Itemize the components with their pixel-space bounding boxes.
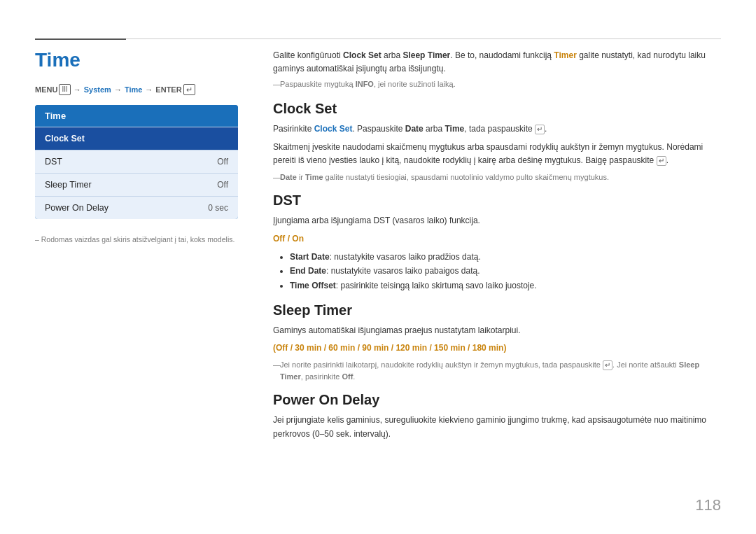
menu-item-dst[interactable]: DST Off (35, 150, 238, 173)
footnote-dash: – (35, 235, 41, 244)
sleep-timer-ref: Sleep Timer (402, 50, 450, 60)
right-column: Galite konfigūruoti Clock Set arba Sleep… (273, 49, 721, 445)
dst-section-title: DST (273, 192, 721, 209)
cs-enter2: ↵ (657, 156, 666, 166)
dst-options: Off / On (273, 234, 304, 244)
dst-off-on: Off / On (273, 232, 721, 246)
dst-body1: Įjungiama arba išjungiama DST (vasaros l… (273, 214, 721, 227)
dst-bullet-2: End Date: nustatykite vasaros laiko paba… (290, 264, 721, 278)
page-number: 118 (695, 496, 721, 514)
menu-item-sleep-timer[interactable]: Sleep Timer Off (35, 173, 238, 196)
dst-value: Off (217, 157, 228, 167)
menu-box: Time Clock Set DST Off Sleep Timer Off P… (35, 105, 238, 219)
clock-set-body2: Skaitmenį įveskite naudodami skaičmenų m… (273, 141, 721, 167)
dst-bullet-list: Start Date: nustatykite vasaros laiko pr… (273, 250, 721, 293)
menu-word: MENU (35, 85, 57, 94)
sleep-timer-label: Sleep Timer (45, 180, 92, 190)
intro-note: Paspauskite mygtuką INFO, jei norite suž… (273, 80, 721, 88)
cs-time-ref: Time (444, 124, 464, 134)
page-title: Time (35, 49, 252, 71)
sleep-timer-section-title: Sleep Timer (273, 302, 721, 318)
menu-item-power-on-delay[interactable]: Power On Delay 0 sec (35, 196, 238, 219)
clock-set-label: Clock Set (45, 134, 85, 143)
cs-enter1: ↵ (535, 125, 545, 134)
clock-set-section-title: Clock Set (273, 101, 721, 117)
time-ref2: Time (305, 173, 323, 181)
time-offset-label: Time Offset (290, 281, 336, 290)
enter-icon: ↵ (183, 84, 195, 95)
date-ref2: Date (280, 173, 297, 181)
clock-set-note: Date ir Time galite nustatyti tiesiogiai… (273, 171, 721, 183)
start-date-label: Start Date (290, 252, 330, 262)
arrow3: → (145, 85, 153, 94)
st-off-ref: Off (342, 372, 353, 381)
time-link: Time (125, 85, 142, 94)
cs-date-ref: Date (405, 124, 424, 134)
dst-label: DST (45, 157, 62, 167)
sleep-timer-body1: Gaminys automatiškai išjungiamas praejus… (273, 324, 721, 337)
sleep-timer-values: (Off / 30 min / 60 min / 90 min / 120 mi… (273, 343, 506, 353)
menu-path: MENU III → System → Time → ENTER ↵ (35, 84, 252, 95)
info-ref: INFO (356, 80, 374, 88)
intro-paragraph: Galite konfigūruoti Clock Set arba Sleep… (273, 49, 721, 76)
menu-item-clock-set[interactable]: Clock Set (35, 127, 238, 150)
power-on-delay-value: 0 sec (208, 203, 228, 213)
st-enter: ↵ (603, 360, 612, 370)
dst-bullet-3: Time Offset: pasirinkite teisingą laiko … (290, 279, 721, 293)
power-on-delay-section-title: Power On Delay (273, 392, 721, 408)
left-column: Time MENU III → System → Time → ENTER ↵ … (35, 49, 252, 246)
end-date-label: End Date (290, 266, 326, 276)
system-link: System (84, 85, 111, 94)
top-divider-accent (35, 38, 126, 40)
page-container: Time MENU III → System → Time → ENTER ↵ … (0, 0, 756, 534)
sleep-timer-value: Off (217, 180, 228, 190)
enter-label: ENTER (155, 85, 181, 94)
sleep-timer-note: Jei norite pasirinkti laikotarpį, naudok… (273, 359, 721, 382)
cs-ref1: Clock Set (314, 124, 353, 134)
dst-bullet-1: Start Date: nustatykite vasaros laiko pr… (290, 250, 721, 264)
menu-box-icon: III (59, 84, 70, 95)
left-footnote: – Rodomas vaizdas gal skiris atsižvelgia… (35, 234, 252, 246)
top-divider (35, 38, 721, 39)
arrow2: → (114, 85, 122, 94)
sleep-timer-options: (Off / 30 min / 60 min / 90 min / 120 mi… (273, 342, 721, 355)
power-on-delay-body1: Jei prijungiate kelis gaminius, sureguli… (273, 414, 721, 440)
clock-set-body1: Pasirinkite Clock Set. Paspauskite Date … (273, 122, 721, 136)
power-on-delay-label: Power On Delay (45, 203, 108, 213)
timer-ref: Timer (554, 50, 576, 60)
arrow1: → (74, 85, 81, 94)
clock-set-ref: Clock Set (343, 50, 382, 60)
menu-box-header: Time (35, 105, 238, 127)
footnote-text: Rodomas vaizdas gal skiris atsižvelgiant… (41, 235, 235, 244)
